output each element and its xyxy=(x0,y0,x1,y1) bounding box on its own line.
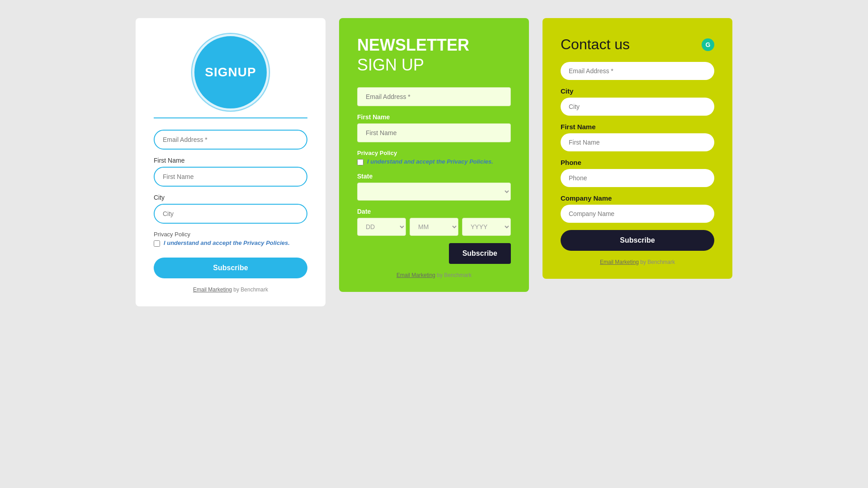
city-label: City xyxy=(561,87,714,95)
signup-card: SIGNUP First Name City Privacy Policy I … xyxy=(136,18,326,306)
city-field-group: City xyxy=(154,194,307,224)
privacy-checkbox[interactable] xyxy=(357,159,363,165)
footer-link[interactable]: Email Marketing xyxy=(396,272,435,278)
subscribe-button[interactable]: Subscribe xyxy=(561,230,714,251)
footer-suffix: by Benchmark xyxy=(639,259,675,265)
city-input[interactable] xyxy=(561,98,714,116)
email-field-group xyxy=(357,87,511,106)
firstname-input[interactable] xyxy=(154,167,307,187)
signup-logo: SIGNUP xyxy=(194,36,267,108)
email-field-group xyxy=(561,62,714,80)
state-select[interactable] xyxy=(357,183,511,201)
newsletter-card: NEWSLETTER SIGN UP First Name Privacy Po… xyxy=(339,18,529,292)
email-input[interactable] xyxy=(357,87,511,106)
contact-card: Contact us G City First Name Phone Compa… xyxy=(542,18,732,279)
logo-area: SIGNUP xyxy=(154,36,307,108)
phone-field-group: Phone xyxy=(561,159,714,187)
privacy-text: I understand and accept the Privacy Poli… xyxy=(164,239,290,246)
date-row: DD MM YYYY xyxy=(357,218,511,236)
divider xyxy=(154,117,307,118)
state-label: State xyxy=(357,173,511,180)
email-input[interactable] xyxy=(154,130,307,150)
privacy-label: Privacy Policy xyxy=(357,150,511,156)
phone-label: Phone xyxy=(561,159,714,166)
email-field-group xyxy=(154,130,307,150)
footer-suffix: by Benchmark xyxy=(232,286,268,293)
footer: Email Marketing by Benchmark xyxy=(154,286,307,293)
footer: Email Marketing by Benchmark xyxy=(357,272,511,278)
firstname-label: First Name xyxy=(561,123,714,131)
phone-input[interactable] xyxy=(561,169,714,187)
city-input[interactable] xyxy=(154,204,307,224)
grammarly-icon: G xyxy=(702,38,714,51)
firstname-label: First Name xyxy=(154,157,307,164)
date-yyyy-select[interactable]: YYYY xyxy=(462,218,511,236)
privacy-field-group: Privacy Policy I understand and accept t… xyxy=(154,231,307,247)
date-label: Date xyxy=(357,208,511,215)
privacy-row: I understand and accept the Privacy Poli… xyxy=(154,239,307,247)
firstname-label: First Name xyxy=(357,113,511,121)
subscribe-button[interactable]: Subscribe xyxy=(449,243,511,264)
footer-suffix: by Benchmark xyxy=(435,272,472,278)
privacy-label: Privacy Policy xyxy=(154,231,307,238)
footer-link[interactable]: Email Marketing xyxy=(193,286,232,293)
privacy-field-group: Privacy Policy I understand and accept t… xyxy=(357,150,511,165)
email-input[interactable] xyxy=(561,62,714,80)
firstname-field-group: First Name xyxy=(357,113,511,142)
contact-title: Contact us xyxy=(561,36,630,53)
company-input[interactable] xyxy=(561,205,714,223)
date-field-group: Date DD MM YYYY xyxy=(357,208,511,236)
privacy-row: I understand and accept the Privacy Poli… xyxy=(357,158,511,165)
privacy-checkbox[interactable] xyxy=(154,240,160,247)
footer: Email Marketing by Benchmark xyxy=(561,259,714,265)
subscribe-row: Subscribe xyxy=(357,243,511,264)
newsletter-subtitle: SIGN UP xyxy=(357,56,511,74)
footer-link[interactable]: Email Marketing xyxy=(600,259,639,265)
newsletter-header: NEWSLETTER SIGN UP xyxy=(357,36,511,74)
firstname-field-group: First Name xyxy=(561,123,714,151)
company-label: Company Name xyxy=(561,194,714,202)
city-label: City xyxy=(154,194,307,201)
contact-header: Contact us G xyxy=(561,36,714,53)
city-field-group: City xyxy=(561,87,714,116)
subscribe-button[interactable]: Subscribe xyxy=(154,258,307,278)
newsletter-title: NEWSLETTER xyxy=(357,36,511,54)
company-field-group: Company Name xyxy=(561,194,714,223)
privacy-text: I understand and accept the Privacy Poli… xyxy=(367,158,493,165)
state-field-group: State xyxy=(357,173,511,201)
date-dd-select[interactable]: DD xyxy=(357,218,406,236)
date-mm-select[interactable]: MM xyxy=(410,218,458,236)
firstname-field-group: First Name xyxy=(154,157,307,187)
firstname-input[interactable] xyxy=(357,123,511,142)
logo-text: SIGNUP xyxy=(205,65,256,80)
firstname-input[interactable] xyxy=(561,133,714,151)
